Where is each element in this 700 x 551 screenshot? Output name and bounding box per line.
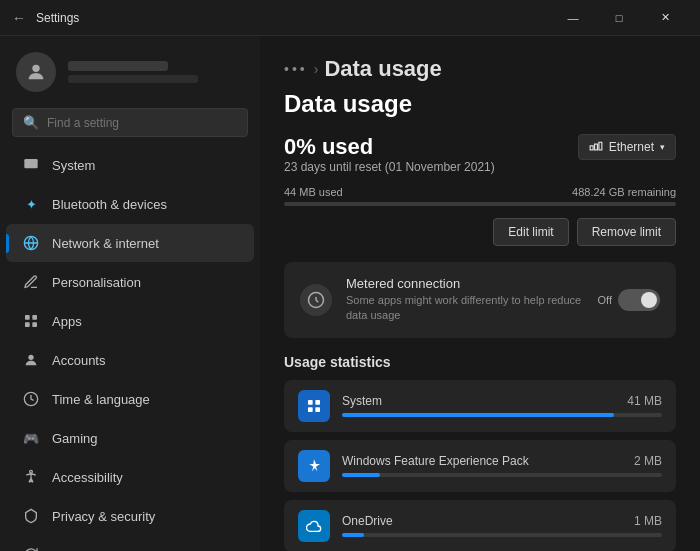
sidebar-item-privacy[interactable]: Privacy & security — [6, 497, 254, 535]
sidebar-item-accounts-label: Accounts — [52, 353, 105, 368]
breadcrumb-current: Data usage — [324, 56, 441, 82]
maximize-button[interactable]: □ — [596, 0, 642, 36]
svg-rect-17 — [315, 407, 320, 412]
accounts-icon — [22, 351, 40, 369]
stat-item-wfep: Windows Feature Experience Pack 2 MB — [284, 440, 676, 492]
stat-bar-fill-onedrive — [342, 533, 364, 537]
usage-percent: 0% used — [284, 134, 495, 160]
stat-content-system: System 41 MB — [342, 394, 662, 417]
metered-toggle-label: Off — [598, 294, 612, 306]
sidebar-item-gaming[interactable]: 🎮 Gaming — [6, 419, 254, 457]
stat-bar-onedrive — [342, 533, 662, 537]
back-icon[interactable]: ← — [12, 10, 26, 26]
titlebar-controls: — □ ✕ — [550, 0, 688, 36]
sidebar-item-apps-label: Apps — [52, 314, 82, 329]
svg-rect-10 — [590, 146, 593, 150]
search-input[interactable] — [47, 116, 237, 130]
sidebar-item-accessibility[interactable]: Accessibility — [6, 458, 254, 496]
content-area: ••• › Data usage Data usage 0% used 23 d… — [260, 36, 700, 551]
sidebar: 🔍 System ✦ Bluetooth & devices Network &… — [0, 36, 260, 551]
stat-name-onedrive: OneDrive — [342, 514, 393, 528]
ethernet-dropdown-button[interactable]: Ethernet ▾ — [578, 134, 676, 160]
titlebar-title: Settings — [36, 11, 79, 25]
user-section — [0, 44, 260, 108]
metered-content: Metered connection Some apps might work … — [346, 276, 584, 324]
stat-name-wfep: Windows Feature Experience Pack — [342, 454, 529, 468]
bluetooth-icon: ✦ — [22, 195, 40, 213]
nav-list: System ✦ Bluetooth & devices Network & i… — [0, 145, 260, 551]
stat-bar-fill-system — [342, 413, 614, 417]
sidebar-item-personalisation[interactable]: Personalisation — [6, 263, 254, 301]
sidebar-item-update-label: Windows Update — [52, 548, 150, 552]
sidebar-item-system-label: System — [52, 158, 95, 173]
user-name — [68, 61, 168, 71]
sidebar-item-system[interactable]: System — [6, 146, 254, 184]
metered-icon — [300, 284, 332, 316]
network-icon — [22, 234, 40, 252]
close-button[interactable]: ✕ — [642, 0, 688, 36]
system-icon — [22, 156, 40, 174]
svg-rect-11 — [594, 144, 597, 150]
svg-rect-4 — [32, 315, 37, 320]
remove-limit-button[interactable]: Remove limit — [577, 218, 676, 246]
ethernet-chevron-icon: ▾ — [660, 142, 665, 152]
svg-rect-14 — [308, 400, 313, 405]
search-bar[interactable]: 🔍 — [12, 108, 248, 137]
gaming-icon: 🎮 — [22, 429, 40, 447]
sidebar-item-accessibility-label: Accessibility — [52, 470, 123, 485]
apps-icon — [22, 312, 40, 330]
usage-bar — [284, 202, 676, 206]
stat-bar-wfep — [342, 473, 662, 477]
svg-rect-3 — [25, 315, 30, 320]
svg-rect-6 — [32, 322, 37, 327]
sidebar-item-gaming-label: Gaming — [52, 431, 98, 446]
system-stat-icon — [298, 390, 330, 422]
stat-header-wfep: Windows Feature Experience Pack 2 MB — [342, 454, 662, 468]
onedrive-stat-icon — [298, 510, 330, 542]
stat-header-system: System 41 MB — [342, 394, 662, 408]
breadcrumb: ••• › Data usage — [284, 56, 676, 82]
metered-connection-card: Metered connection Some apps might work … — [284, 262, 676, 338]
svg-point-7 — [28, 355, 33, 360]
avatar — [16, 52, 56, 92]
breadcrumb-dots[interactable]: ••• — [284, 61, 308, 77]
wfep-stat-icon — [298, 450, 330, 482]
accessibility-icon — [22, 468, 40, 486]
stat-header-onedrive: OneDrive 1 MB — [342, 514, 662, 528]
sidebar-item-update[interactable]: Windows Update — [6, 536, 254, 551]
edit-limit-button[interactable]: Edit limit — [493, 218, 568, 246]
sidebar-item-apps[interactable]: Apps — [6, 302, 254, 340]
stat-content-wfep: Windows Feature Experience Pack 2 MB — [342, 454, 662, 477]
svg-point-0 — [32, 65, 39, 72]
ethernet-label: Ethernet — [609, 140, 654, 154]
action-buttons: Edit limit Remove limit — [284, 218, 676, 246]
stat-value-wfep: 2 MB — [634, 454, 662, 468]
privacy-icon — [22, 507, 40, 525]
app-body: 🔍 System ✦ Bluetooth & devices Network &… — [0, 36, 700, 551]
usage-sub: 23 days until reset (01 November 2021) — [284, 160, 495, 174]
stats-section-title: Usage statistics — [284, 354, 676, 370]
stat-value-system: 41 MB — [627, 394, 662, 408]
sidebar-item-time[interactable]: Time & language — [6, 380, 254, 418]
svg-rect-5 — [25, 322, 30, 327]
metered-toggle[interactable] — [618, 289, 660, 311]
sidebar-item-accounts[interactable]: Accounts — [6, 341, 254, 379]
stat-content-onedrive: OneDrive 1 MB — [342, 514, 662, 537]
titlebar-left: ← Settings — [12, 10, 79, 26]
svg-point-9 — [30, 470, 33, 473]
sidebar-item-personalisation-label: Personalisation — [52, 275, 141, 290]
sidebar-item-bluetooth[interactable]: ✦ Bluetooth & devices — [6, 185, 254, 223]
personalisation-icon — [22, 273, 40, 291]
sidebar-item-network[interactable]: Network & internet — [6, 224, 254, 262]
used-label: 44 MB used — [284, 186, 343, 198]
sidebar-item-bluetooth-label: Bluetooth & devices — [52, 197, 167, 212]
titlebar: ← Settings — □ ✕ — [0, 0, 700, 36]
sidebar-item-privacy-label: Privacy & security — [52, 509, 155, 524]
sidebar-item-time-label: Time & language — [52, 392, 150, 407]
minimize-button[interactable]: — — [550, 0, 596, 36]
toggle-knob — [641, 292, 657, 308]
usage-left: 0% used 23 days until reset (01 November… — [284, 134, 495, 182]
stat-bar-fill-wfep — [342, 473, 380, 477]
user-info — [68, 61, 198, 83]
svg-rect-1 — [24, 159, 37, 168]
